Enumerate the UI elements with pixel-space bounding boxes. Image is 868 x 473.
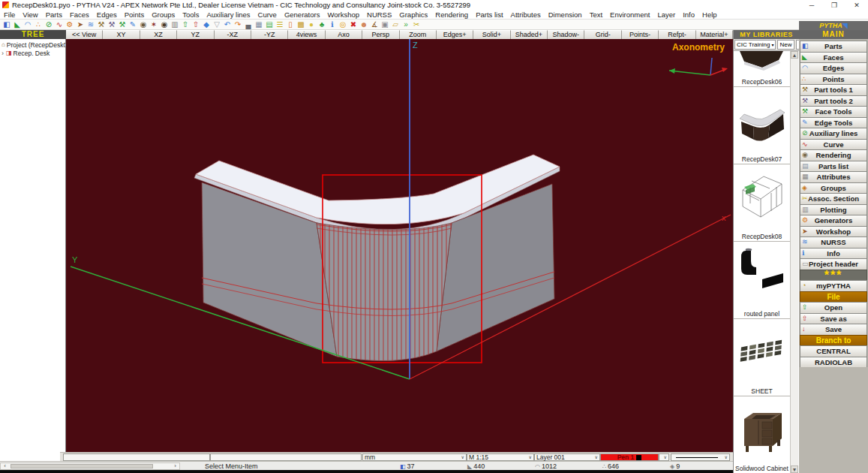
main-faces-button[interactable]: ◣Faces [800, 52, 867, 63]
texture-icon[interactable]: ▩ [296, 20, 306, 29]
save-button[interactable]: ↓Save [800, 324, 867, 335]
document-icon[interactable]: ▯ [285, 20, 296, 29]
toggle-edges-button[interactable]: Edges+ [437, 30, 473, 39]
redo-icon[interactable]: ↷ [233, 20, 243, 29]
menu-item[interactable]: View [19, 11, 41, 19]
save-as-icon[interactable]: ⇧ [191, 20, 201, 29]
render-eye-icon[interactable]: ◉ [159, 20, 170, 29]
menu-item[interactable]: Generators [281, 11, 324, 19]
curve-icon[interactable]: ∿ [54, 20, 65, 29]
menu-item[interactable]: Text [586, 11, 606, 19]
open-icon[interactable]: ⇧ [180, 20, 191, 29]
undo-icon[interactable]: ↶ [222, 20, 233, 29]
pen-caret[interactable]: ∨ [659, 453, 669, 461]
menu-item[interactable]: Parts list [472, 11, 506, 19]
menu-item[interactable]: Layer [653, 11, 679, 19]
notes-icon[interactable]: ☰ [275, 20, 285, 29]
view-back-button[interactable]: << View [66, 30, 103, 39]
main-project-header-button[interactable]: ▭Project header [800, 258, 867, 270]
library-item-recepdesk08[interactable]: RecepDesk08 [734, 164, 790, 242]
generators-icon[interactable]: ⚙ [65, 20, 75, 29]
scroll-up-icon[interactable]: ▲ [791, 51, 798, 59]
view-xy-button[interactable]: XY [103, 30, 140, 39]
menu-item[interactable]: Rendering [431, 11, 472, 19]
main-attributes-button[interactable]: ▦Attributes [800, 171, 867, 182]
sphere-icon[interactable]: ● [306, 20, 317, 29]
pen-dropdown[interactable]: Pen 1 [600, 453, 659, 461]
plotting-icon[interactable]: ▥ [170, 20, 180, 29]
main-part-tools-1-button[interactable]: ⚒Part tools 1 [800, 84, 867, 95]
folder-icon[interactable]: ▱ [390, 20, 401, 29]
delete-icon[interactable]: ✖ [348, 20, 359, 29]
viewport-3d[interactable]: Y Z x Axonometry [66, 39, 733, 452]
branch-central-button[interactable]: CENTRAL [800, 345, 867, 357]
branch-radiolab-button[interactable]: RADIOLAB [800, 357, 867, 368]
units-dropdown[interactable]: mm∨ [362, 453, 467, 461]
person-icon[interactable]: ☻ [359, 20, 369, 29]
toggle-refpt-button[interactable]: Refpt- [659, 30, 695, 39]
main-face-tools-button[interactable]: ⚒Face Tools [800, 106, 867, 117]
toggle-shadow-button[interactable]: Shadow- [548, 30, 584, 39]
library-item-recepdesk07[interactable]: RecepDesk07 [734, 87, 790, 164]
auxiliary-lines-icon[interactable]: ⊘ [44, 20, 54, 29]
menu-item[interactable]: Environment [606, 11, 653, 19]
water-drop-icon[interactable]: ◆ [201, 20, 212, 29]
maximize-button[interactable]: ❐ [823, 2, 845, 9]
view-neg-yz-button[interactable]: -YZ [251, 30, 288, 39]
open-button[interactable]: ⇧Open [800, 302, 867, 313]
main-part-tools-2-button[interactable]: ⚒Part tools 2 [800, 95, 867, 107]
menu-item[interactable]: Tools [179, 11, 203, 19]
menu-item[interactable]: Workshop [323, 11, 363, 19]
main-parts-list-button[interactable]: ▤Parts list [800, 161, 867, 172]
view-zoom-button[interactable]: Zoom [400, 30, 437, 39]
menu-item[interactable]: Info [679, 11, 698, 19]
share-icon[interactable]: » [401, 20, 411, 29]
library-item-recepdesk06[interactable]: RecepDesk06 [734, 51, 790, 87]
toggle-material-button[interactable]: Material+ [696, 30, 733, 39]
menu-item[interactable]: Parts [42, 11, 66, 19]
view-neg-xz-button[interactable]: -XZ [215, 30, 251, 39]
main-assoc-section-button[interactable]: ✂Assoc. Section [800, 193, 867, 204]
face-tools-icon[interactable]: ⚒ [117, 20, 128, 29]
window-flag-icon[interactable]: ▤ [264, 20, 275, 29]
vehicle-icon[interactable]: ▄ [243, 20, 254, 29]
main-curve-button[interactable]: ∿Curve [800, 139, 867, 150]
parts-icon[interactable]: ◧ [2, 20, 12, 29]
library-item-sheet[interactable]: SHEET [734, 319, 790, 396]
view-4views-button[interactable]: 4views [288, 30, 325, 39]
main-plotting-button[interactable]: ▥Plotting [800, 204, 867, 215]
tree-item-project[interactable]: ⌂ Project (RecepDesk01 [0, 41, 65, 49]
measure-icon[interactable]: ∡ [369, 20, 380, 29]
cut-icon[interactable]: ✂ [411, 20, 422, 29]
eraser-cup-icon[interactable]: ▽ [212, 20, 222, 29]
viewport-canvas[interactable]: Y Z x Axonometry [66, 39, 733, 452]
faces-icon[interactable]: ◣ [12, 20, 23, 29]
lamp-icon[interactable]: ◎ [338, 20, 348, 29]
menu-item[interactable]: Graphics [395, 11, 431, 19]
part-tools-1-icon[interactable]: ⚒ [96, 20, 107, 29]
tree-item-recep-desk[interactable]: › ◨ Recep. Desk [0, 49, 65, 57]
library-item-solidwood-cabinet[interactable]: Solidwood Cabinet [734, 396, 790, 473]
new-library-button[interactable]: New [777, 40, 794, 50]
info-icon[interactable]: ℹ [327, 20, 338, 29]
layer-dropdown[interactable]: Layer 001∨ [534, 453, 600, 461]
minimize-button[interactable]: ─ [800, 2, 823, 9]
scroll-left-icon[interactable]: ‹ [1, 463, 9, 469]
save-as-button[interactable]: ⇧Save as [800, 313, 867, 324]
view-persp-button[interactable]: Persp [362, 30, 399, 39]
menu-item[interactable]: Auxiliary lines [203, 11, 254, 19]
main-generators-button[interactable]: ⚙Generators [800, 215, 867, 226]
points-icon[interactable]: ∴ [33, 20, 44, 29]
main-workshop-button[interactable]: ➤Workshop [800, 226, 867, 237]
main-edges-button[interactable]: ◠Edges [800, 62, 867, 74]
main-groups-button[interactable]: ◈Groups [800, 182, 867, 194]
scrollbar-thumb[interactable] [11, 464, 153, 468]
menu-item[interactable]: Dimension [545, 11, 586, 19]
printer-icon[interactable]: ▣ [380, 20, 390, 29]
edge-tools-icon[interactable]: ✎ [128, 20, 138, 29]
toggle-grid-button[interactable]: Grid- [584, 30, 621, 39]
view-axo-button[interactable]: Axo [326, 30, 362, 39]
menu-item[interactable]: NURSS [363, 11, 395, 19]
calculator-icon[interactable]: ▦ [254, 20, 264, 29]
menu-item[interactable]: Curve [254, 11, 281, 19]
